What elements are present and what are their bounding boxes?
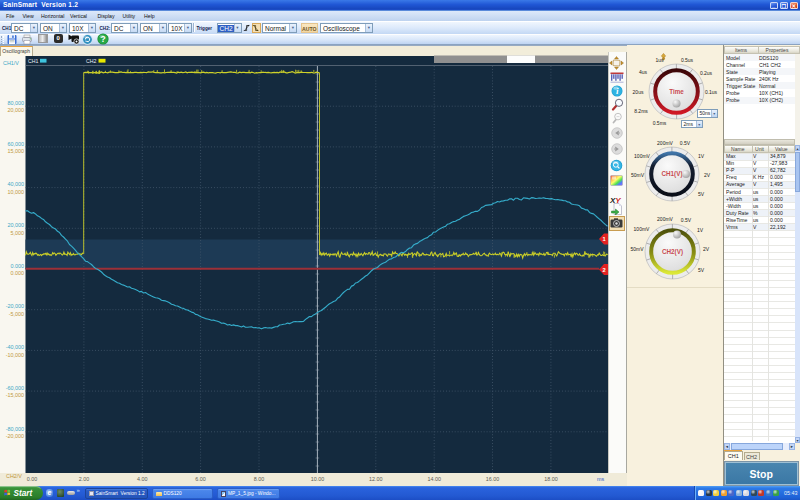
svg-text:Time: Time — [669, 88, 684, 95]
svg-text:CH2: CH2 — [86, 58, 96, 64]
svg-text:2: 2 — [602, 267, 605, 273]
svg-text:CH2(V): CH2(V) — [662, 248, 683, 256]
svg-text:Start: Start — [14, 489, 33, 498]
svg-text:CH1: CH1 — [28, 58, 38, 64]
svg-text:CH1(V): CH1(V) — [662, 170, 683, 178]
